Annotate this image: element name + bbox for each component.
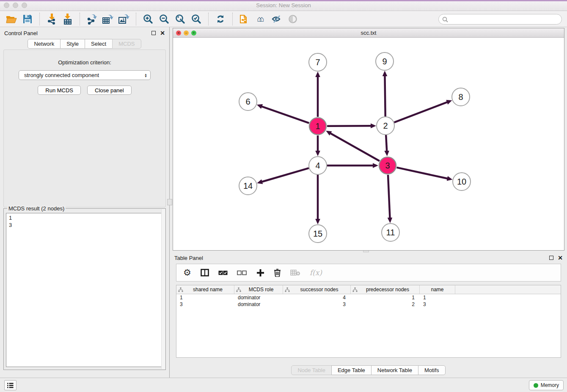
delete-column-icon[interactable] (274, 268, 281, 277)
network-close-button[interactable]: ✕ (176, 30, 181, 36)
network-window: ✕ − + scc.txt 7968124314101511 (173, 28, 564, 251)
table-row[interactable]: 3 dominator 3 2 3 (176, 301, 561, 308)
graph-node-8[interactable]: 8 (452, 88, 470, 106)
search-input[interactable] (448, 15, 561, 24)
column-header-shared-name[interactable]: shared name (176, 285, 234, 294)
close-window-button[interactable] (4, 3, 9, 8)
graph-edge-3-10[interactable] (396, 168, 447, 179)
export-table-icon[interactable] (100, 12, 116, 26)
mcds-result-textarea[interactable]: 1 3 (6, 213, 163, 367)
status-bar: Memory (0, 378, 567, 392)
tab-edge-table[interactable]: Edge Table (331, 365, 372, 375)
float-panel-icon[interactable] (151, 31, 156, 35)
graph-edge-1-6[interactable] (261, 106, 309, 123)
memory-status-dot (534, 383, 538, 388)
mcds-result-title: MCDS result (2 nodes) (7, 205, 66, 212)
graph-node-label: 2 (383, 121, 388, 130)
toggle-panel-icon[interactable] (201, 269, 209, 276)
graph-edge-3-1[interactable] (330, 133, 380, 161)
graph-node-2[interactable]: 2 (377, 117, 394, 135)
export-network-icon[interactable] (84, 12, 100, 26)
graph-node-9[interactable]: 9 (376, 52, 394, 70)
close-panel-icon[interactable]: ✕ (160, 31, 165, 35)
node-table: shared name MCDS role successor nodes pr… (176, 285, 561, 358)
tab-motifs[interactable]: Motifs (418, 365, 446, 375)
zoom-fit-icon[interactable] (172, 12, 188, 26)
graph-node-7[interactable]: 7 (309, 53, 327, 71)
graph-edge-2-9[interactable] (385, 76, 385, 116)
show-all-icon[interactable] (285, 12, 301, 26)
graph-node-1[interactable]: 1 (309, 118, 326, 135)
result-scrollbar[interactable] (161, 209, 165, 369)
tab-mcds[interactable]: MCDS (112, 39, 141, 49)
minimize-window-button[interactable] (13, 3, 18, 8)
table-tabs: Node Table Edge Table Network Table Moti… (173, 365, 564, 375)
network-window-titlebar[interactable]: ✕ − + scc.txt (173, 28, 564, 38)
tab-network[interactable]: Network (28, 39, 61, 49)
function-builder-icon[interactable]: f(x) (310, 268, 322, 277)
column-type-icon (285, 287, 290, 292)
graph-edge-3-11[interactable] (388, 175, 390, 218)
table-float-panel-icon[interactable] (549, 256, 553, 260)
optimization-criterion-select[interactable]: strongly connected component ▲▼ (19, 70, 151, 80)
graph-node-10[interactable]: 10 (453, 173, 471, 190)
memory-button[interactable]: Memory (529, 380, 564, 390)
control-panel-title: Control Panel (4, 30, 38, 36)
graph-edge-2-3[interactable] (386, 135, 387, 151)
network-zoom-button[interactable]: + (191, 30, 196, 36)
close-panel-button[interactable]: Close panel (87, 86, 132, 95)
column-header-successor-nodes[interactable]: successor nodes (283, 285, 351, 294)
tab-select[interactable]: Select (85, 39, 113, 49)
settings-gear-icon[interactable]: ⚙ (183, 268, 191, 277)
table-close-panel-icon[interactable]: ✕ (558, 256, 563, 260)
graph-edge-1-2[interactable] (327, 126, 371, 126)
zoom-out-icon[interactable] (156, 12, 172, 26)
tab-style[interactable]: Style (60, 39, 85, 49)
hide-selected-icon[interactable] (269, 12, 285, 26)
zoom-in-icon[interactable] (140, 12, 156, 26)
toolbar-separator (208, 13, 209, 25)
graph-node-14[interactable]: 14 (239, 177, 257, 195)
select-all-columns-icon[interactable] (218, 271, 228, 275)
window-title: Session: New Session (0, 0, 567, 11)
deselect-all-columns-icon[interactable] (237, 271, 247, 275)
network-canvas[interactable]: 7968124314101511 (173, 38, 564, 250)
task-history-button[interactable] (4, 380, 17, 390)
graph-edge-2-8[interactable] (394, 102, 448, 122)
graph-node-3[interactable]: 3 (379, 157, 396, 174)
column-header-mcds-role[interactable]: MCDS role (234, 285, 283, 294)
duplicate-network-icon[interactable] (237, 12, 253, 26)
graph-node-6[interactable]: 6 (239, 93, 257, 110)
first-neighbors-icon[interactable]: ⌂⌂ (253, 12, 269, 26)
save-session-icon[interactable] (19, 12, 36, 26)
open-session-icon[interactable] (3, 12, 19, 26)
column-header-predecessor-nodes[interactable]: predecessor nodes (351, 285, 420, 294)
zoom-selected-icon[interactable] (188, 12, 204, 26)
export-image-icon[interactable] (116, 12, 132, 26)
import-network-icon[interactable] (44, 12, 60, 26)
graph-node-label: 7 (315, 58, 320, 67)
delete-table-icon[interactable] (290, 269, 300, 276)
mcds-tab-body: Optimization criterion: strongly connect… (3, 50, 166, 207)
network-minimize-button[interactable]: − (184, 30, 189, 36)
graph-node-11[interactable]: 11 (382, 224, 399, 241)
graph-node-label: 8 (458, 92, 463, 102)
zoom-window-button[interactable] (22, 3, 27, 8)
table-row[interactable]: 1 dominator 4 1 1 (176, 294, 561, 301)
graph-node-label: 1 (315, 121, 320, 131)
add-column-icon[interactable] (256, 269, 264, 277)
optimization-criterion-value: strongly connected component (24, 72, 99, 78)
tab-network-table[interactable]: Network Table (371, 365, 418, 375)
table-panel: Table Panel ✕ ⚙ f(x) shared name (173, 252, 564, 376)
graph-edge-4-14[interactable] (262, 168, 309, 182)
graph-node-label: 4 (315, 161, 320, 170)
import-table-icon[interactable] (60, 12, 76, 26)
tab-node-table[interactable]: Node Table (291, 365, 332, 375)
refresh-view-icon[interactable] (212, 12, 228, 26)
run-mcds-button[interactable]: Run MCDS (38, 86, 81, 95)
graph-node-4[interactable]: 4 (309, 157, 327, 174)
toolbar-separator (232, 13, 233, 25)
vertical-splitter-handle[interactable] (167, 199, 172, 205)
column-header-name[interactable]: name (420, 285, 455, 294)
graph-node-15[interactable]: 15 (309, 225, 327, 243)
